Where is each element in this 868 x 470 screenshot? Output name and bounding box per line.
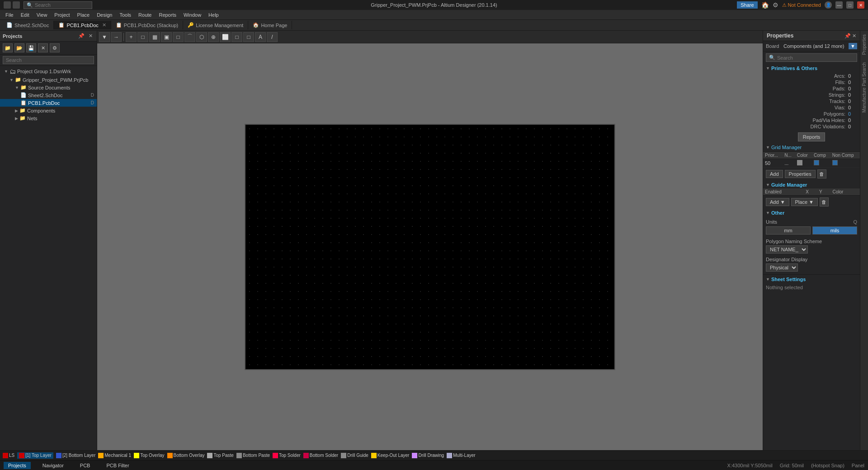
layer-ls[interactable]: LS — [3, 453, 14, 458]
keepout-button[interactable]: ⬜ — [220, 32, 231, 42]
panel-pin-button[interactable]: 📌 — [77, 33, 86, 39]
manufacture-tab[interactable]: Manufacture Part Search — [860, 59, 868, 116]
add-button[interactable]: + — [126, 32, 137, 42]
title-search[interactable]: 🔍 — [24, 1, 92, 9]
tree-item-gripper-project[interactable]: ▼ 📁 Gripper_Project_PWM.PrjPcb — [0, 76, 97, 84]
mils-button[interactable]: mils — [812, 226, 857, 235]
designator-display-select[interactable]: Physical — [766, 263, 798, 272]
menu-edit[interactable]: Edit — [17, 11, 33, 19]
layer-bottom-overlay[interactable]: Bottom Overlay — [167, 453, 205, 458]
properties-search-input[interactable] — [777, 55, 854, 61]
settings-button[interactable]: ⚙ — [50, 43, 60, 52]
projects-search-input[interactable] — [3, 56, 94, 64]
tab-pcb-filter[interactable]: PCB Filter — [102, 462, 133, 469]
tree-item-pcb1[interactable]: 📋 PCB1.PcbDoc D — [0, 99, 97, 107]
properties-tab[interactable]: Properties — [860, 31, 868, 59]
layer-drill-drawing[interactable]: Drill Drawing — [412, 453, 444, 458]
pad-button[interactable]: □ — [173, 32, 184, 42]
grid-row[interactable]: 50 ... — [763, 159, 860, 168]
grid-manager-header[interactable]: ▼ Grid Manager — [763, 143, 860, 152]
tab-pcb1-stackup[interactable]: 📋 PCB1.PcbDoc (Stackup) — [111, 21, 183, 29]
tree-item-nets[interactable]: ▶ 📁 Nets — [0, 114, 97, 122]
layer-top-overlay[interactable]: Top Overlay — [134, 453, 164, 458]
grid-delete-button[interactable]: 🗑 — [817, 169, 826, 179]
minimize-button[interactable]: — — [835, 1, 843, 9]
menu-file[interactable]: File — [2, 11, 17, 19]
home-icon[interactable]: 🏠 — [761, 1, 769, 9]
via-button[interactable]: ⊕ — [208, 32, 219, 42]
tree-item-project-group[interactable]: ▼ 🗂 Project Group 1.DsnWrk — [0, 67, 97, 76]
filter-button[interactable]: ▼ — [849, 43, 857, 49]
layer-top-solder[interactable]: Top Solder — [273, 453, 301, 458]
arc-button[interactable]: ⌒ — [184, 32, 195, 42]
tab-license[interactable]: 🔑 License Management — [183, 21, 248, 29]
tree-item-components[interactable]: ▶ 📁 Components — [0, 107, 97, 114]
layer-drill-guide[interactable]: Drill Guide — [341, 453, 368, 458]
grid-add-button[interactable]: Add — [766, 170, 783, 178]
maximize-button[interactable]: □ — [846, 1, 854, 9]
pcb-canvas[interactable] — [245, 124, 615, 370]
open-project-button[interactable]: 📂 — [14, 43, 24, 52]
tab-close-icon[interactable]: ✕ — [102, 22, 106, 28]
close-project-button[interactable]: ✕ — [38, 43, 48, 52]
properties-pin-button[interactable]: 📌 — [844, 33, 851, 39]
other-section-header[interactable]: ▼ Other — [763, 208, 860, 216]
close-button[interactable]: ✕ — [857, 1, 864, 9]
layer-bottom[interactable]: [2] Bottom Layer — [56, 453, 95, 458]
menu-reports[interactable]: Reports — [155, 11, 180, 19]
grid-properties-button[interactable]: Properties — [785, 170, 816, 178]
layer-top[interactable]: [1] Top Layer — [17, 452, 53, 459]
tab-sheet2[interactable]: 📄 Sheet2.SchDoc — [2, 21, 54, 29]
guide-delete-button[interactable]: 🗑 — [820, 197, 829, 207]
arrow-button[interactable]: → — [111, 32, 122, 42]
polygon-button[interactable]: ⬡ — [196, 32, 207, 42]
new-project-button[interactable]: 📁 — [3, 43, 13, 52]
settings-icon[interactable]: ⚙ — [773, 1, 778, 9]
layer-bottom-solder[interactable]: Bottom Solder — [303, 453, 338, 458]
tab-pcb[interactable]: PCB — [75, 462, 95, 469]
diff-pair-button[interactable]: □ — [231, 32, 242, 42]
status-bar: Projects Navigator PCB PCB Filter X:4300… — [0, 460, 868, 470]
menu-tools[interactable]: Tools — [116, 11, 135, 19]
layer-bottom-paste[interactable]: Bottom Paste — [236, 453, 270, 458]
sheet-settings-header[interactable]: ▼ Sheet Settings — [763, 275, 860, 283]
primitives-section-header[interactable]: ▼ Primitives & Others — [763, 64, 860, 72]
menu-place[interactable]: Place — [74, 11, 94, 19]
text-button[interactable]: A — [255, 32, 266, 42]
table-button[interactable]: ▦ — [149, 32, 160, 42]
menu-help[interactable]: Help — [205, 11, 222, 19]
reports-button[interactable]: Reports — [798, 132, 826, 141]
layer-keepout[interactable]: Keep-Out Layer — [371, 453, 410, 458]
tab-navigator[interactable]: Navigator — [38, 462, 68, 469]
panel-close-button[interactable]: ✕ — [87, 33, 94, 39]
tree-item-sheet2[interactable]: 📄 Sheet2.SchDoc D — [0, 91, 97, 99]
layer-top-paste[interactable]: Top Paste — [207, 453, 233, 458]
guide-add-button[interactable]: Add ▼ — [766, 198, 789, 206]
guide-manager-header[interactable]: ▼ Guide Manager — [763, 180, 860, 188]
title-search-input[interactable] — [35, 2, 89, 8]
dimension-button[interactable]: / — [267, 32, 278, 42]
menu-design[interactable]: Design — [93, 11, 116, 19]
pcb-canvas-area[interactable] — [97, 43, 763, 450]
guide-place-button[interactable]: Place ▼ — [791, 198, 818, 206]
layer-mech1[interactable]: Mechanical 1 — [98, 453, 131, 458]
tree-item-source-docs[interactable]: ▼ 📁 Source Documents — [0, 84, 97, 91]
tab-pcb1[interactable]: 📋 PCB1.PcbDoc ✕ — [54, 21, 111, 29]
menu-project[interactable]: Project — [51, 11, 73, 19]
save-project-button[interactable]: 💾 — [26, 43, 36, 52]
filter-button[interactable]: ▼ — [99, 32, 110, 42]
rule-button[interactable]: □ — [243, 32, 254, 42]
layer-multi[interactable]: Multi-Layer — [447, 453, 475, 458]
menu-window[interactable]: Window — [180, 11, 205, 19]
share-button[interactable]: Share — [737, 1, 757, 9]
user-avatar[interactable]: 👤 — [825, 1, 832, 9]
component-button[interactable]: ▣ — [161, 32, 172, 42]
mm-button[interactable]: mm — [766, 226, 811, 235]
properties-close-button[interactable]: ✕ — [852, 33, 856, 39]
rect-button[interactable]: □ — [137, 32, 148, 42]
menu-view[interactable]: View — [33, 11, 51, 19]
polygon-naming-select[interactable]: NET NAME_ — [766, 245, 808, 254]
tab-home[interactable]: 🏠 Home Page — [248, 21, 292, 29]
tab-projects[interactable]: Projects — [4, 462, 31, 469]
menu-route[interactable]: Route — [135, 11, 155, 19]
